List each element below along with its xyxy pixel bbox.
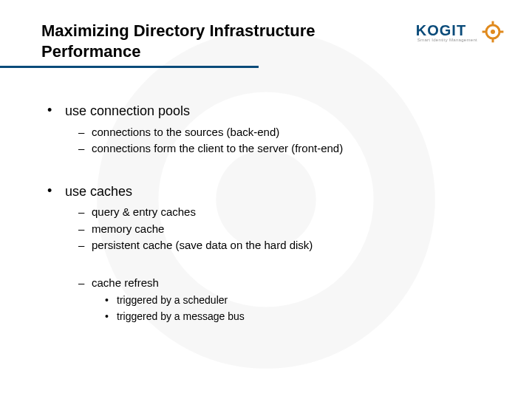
- bullet-text: use connection pools: [65, 103, 190, 118]
- list-item: query & entry caches: [78, 204, 499, 221]
- bullet-text: triggered by a message bus: [117, 310, 245, 322]
- svg-point-2: [491, 30, 495, 34]
- list-item: triggered by a scheduler: [105, 293, 499, 309]
- bullet-text: query & entry caches: [92, 205, 196, 218]
- slide: Maximizing Directory Infrastructure Perf…: [0, 0, 532, 399]
- bullet-text: persistent cache (save data on the hard …: [92, 239, 313, 251]
- bullet-text: use caches: [65, 184, 132, 199]
- bullet-text: connections to the sources (back-end): [92, 126, 279, 138]
- svg-rect-4: [492, 38, 494, 42]
- sub-list: connections to the sources (back-end) co…: [65, 124, 499, 157]
- bullet-text: triggered by a scheduler: [117, 294, 228, 306]
- sub-sub-list: triggered by a scheduler triggered by a …: [92, 293, 499, 324]
- bullet-list: use connection pools connections to the …: [41, 103, 499, 325]
- list-item: triggered by a message bus: [105, 309, 499, 325]
- slide-content: use connection pools connections to the …: [41, 103, 499, 325]
- bullet-text: cache refresh: [92, 276, 159, 289]
- list-item: memory cache: [78, 221, 499, 238]
- list-item: connections form the client to the serve…: [78, 140, 499, 157]
- svg-rect-3: [492, 21, 494, 25]
- title-underline: [0, 66, 499, 68]
- brand-logo: KOGIT Smart Identity Management: [416, 21, 504, 43]
- slide-header: Maximizing Directory Infrastructure Perf…: [41, 21, 499, 61]
- list-item: persistent cache (save data on the hard …: [78, 237, 499, 254]
- bullet-text: memory cache: [92, 222, 164, 235]
- list-item: use connection pools connections to the …: [47, 103, 499, 157]
- list-item: cache refresh triggered by a scheduler t…: [78, 275, 499, 325]
- list-item: use caches query & entry caches memory c…: [47, 184, 499, 325]
- sub-list: query & entry caches memory cache persis…: [65, 204, 499, 324]
- list-item: connections to the sources (back-end): [78, 124, 499, 141]
- svg-rect-6: [499, 31, 503, 33]
- slide-title: Maximizing Directory Infrastructure Perf…: [41, 21, 396, 61]
- bullet-text: connections form the client to the serve…: [92, 142, 343, 154]
- svg-rect-5: [482, 31, 486, 33]
- logo-mark-icon: [482, 21, 504, 43]
- logo-tagline: Smart Identity Management: [417, 38, 477, 42]
- logo-text: KOGIT: [416, 22, 477, 39]
